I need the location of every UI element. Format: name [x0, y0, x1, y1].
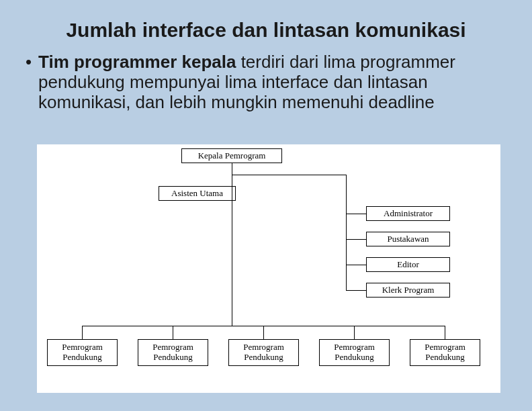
connector [346, 290, 366, 291]
bullet-item: • Tim programmer kepala terdiri dari lim… [26, 52, 506, 113]
node-programmer-2: Pemrogram Pendukung [138, 339, 208, 366]
node-programmer-4: Pemrogram Pendukung [319, 339, 390, 366]
bullet-mark: • [26, 52, 38, 113]
node-lib: Pustakawan [366, 232, 450, 246]
connector [232, 163, 232, 326]
connector [346, 265, 366, 265]
org-diagram: Kepala Pemrogram Asisten Utama Administr… [37, 144, 500, 393]
connector [263, 326, 264, 339]
node-clerk: Klerk Program [366, 283, 450, 298]
connector [354, 326, 355, 339]
node-head: Kepala Pemrogram [181, 148, 282, 163]
connector [173, 326, 173, 339]
connector [232, 175, 347, 175]
node-editor: Editor [366, 257, 450, 272]
bullet-bold: Tim programmer kepala [38, 52, 236, 72]
connector [346, 239, 366, 240]
node-programmer-3: Pemrogram Pendukung [228, 339, 299, 366]
connector [445, 326, 445, 339]
node-admin: Administrator [366, 206, 450, 221]
connector [346, 175, 347, 290]
bullet-block: • Tim programmer kepala terdiri dari lim… [0, 48, 532, 113]
page-title: Jumlah interface dan lintasan komunikasi [0, 0, 532, 48]
connector [82, 326, 83, 339]
node-programmer-1: Pemrogram Pendukung [47, 339, 118, 366]
bullet-text: Tim programmer kepala terdiri dari lima … [38, 52, 506, 113]
connector [346, 214, 366, 214]
node-programmer-5: Pemrogram Pendukung [410, 339, 480, 366]
node-assistant: Asisten Utama [159, 186, 236, 201]
